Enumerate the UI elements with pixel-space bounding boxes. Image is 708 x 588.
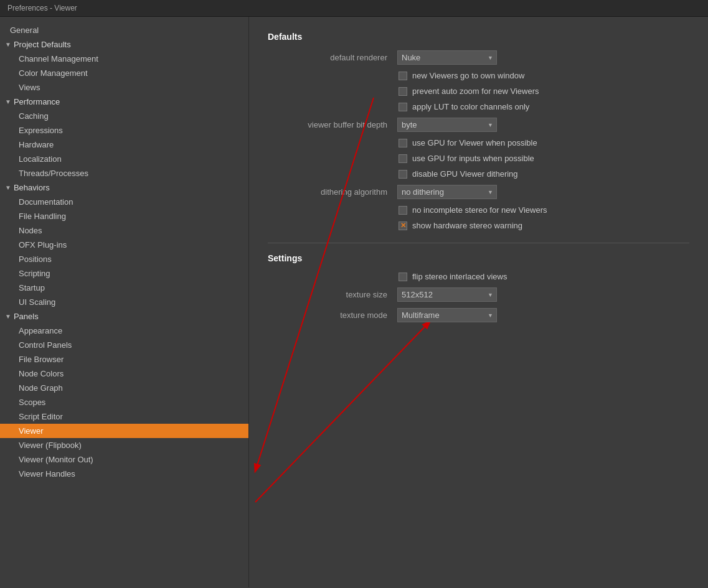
sidebar-item-startup[interactable]: Startup bbox=[0, 281, 248, 295]
show-hardware-stereo-checkbox[interactable]: ✕ bbox=[399, 222, 407, 230]
new-viewers-label: new Viewers go to own window bbox=[412, 71, 524, 80]
viewer-buffer-select-wrapper: byte float half bbox=[397, 118, 497, 132]
arrow-icon-behav: ▼ bbox=[5, 184, 11, 191]
sidebar-item-scopes[interactable]: Scopes bbox=[0, 395, 248, 409]
disable-gpu-dithering-label: disable GPU Viewer dithering bbox=[412, 169, 518, 179]
default-renderer-select-wrapper: Nuke OpenGL bbox=[397, 50, 497, 65]
sidebar-item-node-graph[interactable]: Node Graph bbox=[0, 381, 248, 395]
prevent-zoom-row: prevent auto zoom for new Viewers bbox=[399, 86, 689, 96]
disable-gpu-dithering-checkbox[interactable] bbox=[399, 170, 407, 179]
default-renderer-row: default renderer Nuke OpenGL bbox=[268, 50, 689, 65]
sidebar-item-general[interactable]: General bbox=[0, 23, 248, 37]
sidebar-item-viewer-flipbook[interactable]: Viewer (Flipbook) bbox=[0, 438, 248, 452]
texture-mode-label: texture mode bbox=[268, 310, 392, 320]
sidebar-item-caching[interactable]: Caching bbox=[0, 109, 248, 123]
svg-line-0 bbox=[255, 322, 430, 502]
viewer-buffer-row: viewer buffer bit depth byte float half bbox=[268, 118, 689, 132]
gpu-viewer-label: use GPU for Viewer when possible bbox=[412, 138, 537, 147]
arrow-icon: ▼ bbox=[5, 41, 11, 48]
sidebar-item-positions[interactable]: Positions bbox=[0, 252, 248, 266]
sidebar-item-ui-scaling[interactable]: UI Scaling bbox=[0, 295, 248, 309]
settings-title: Settings bbox=[268, 253, 689, 263]
sidebar-item-script-editor[interactable]: Script Editor bbox=[0, 409, 248, 424]
content-area: Defaults default renderer Nuke OpenGL ne… bbox=[249, 17, 708, 587]
default-renderer-label: default renderer bbox=[268, 53, 392, 62]
sidebar-item-file-browser[interactable]: File Browser bbox=[0, 352, 248, 366]
apply-lut-label: apply LUT to color channels only bbox=[412, 102, 529, 111]
arrow-icon-perf: ▼ bbox=[5, 98, 11, 105]
sidebar-item-behaviors[interactable]: ▼ Behaviors bbox=[0, 180, 248, 195]
gpu-viewer-row: use GPU for Viewer when possible bbox=[399, 138, 689, 147]
sidebar-item-channel-management[interactable]: Channel Management bbox=[0, 52, 248, 66]
sidebar-item-node-colors[interactable]: Node Colors bbox=[0, 366, 248, 381]
gpu-viewer-checkbox[interactable] bbox=[399, 139, 407, 147]
apply-lut-row: apply LUT to color channels only bbox=[399, 102, 689, 111]
gpu-inputs-row: use GPU for inputs when possible bbox=[399, 154, 689, 163]
prevent-zoom-label: prevent auto zoom for new Viewers bbox=[412, 86, 539, 96]
title-bar: Preferences - Viewer bbox=[0, 0, 708, 17]
sidebar-item-nodes[interactable]: Nodes bbox=[0, 223, 248, 238]
gpu-inputs-checkbox[interactable] bbox=[399, 154, 407, 163]
flip-stereo-checkbox[interactable] bbox=[399, 273, 407, 281]
arrow-icon-panels: ▼ bbox=[5, 313, 11, 320]
default-renderer-select[interactable]: Nuke OpenGL bbox=[397, 50, 497, 65]
sidebar-item-control-panels[interactable]: Control Panels bbox=[0, 338, 248, 352]
sidebar-item-panels[interactable]: ▼ Panels bbox=[0, 309, 248, 324]
sidebar-item-appearance[interactable]: Appearance bbox=[0, 324, 248, 338]
flip-stereo-row: flip stereo interlaced views bbox=[399, 272, 689, 281]
sidebar-item-threads-processes[interactable]: Threads/Processes bbox=[0, 166, 248, 180]
sidebar-item-viewer-monitor-out[interactable]: Viewer (Monitor Out) bbox=[0, 452, 248, 467]
defaults-title: Defaults bbox=[268, 32, 689, 42]
disable-gpu-dithering-row: disable GPU Viewer dithering bbox=[399, 169, 689, 179]
sidebar-item-color-management[interactable]: Color Management bbox=[0, 66, 248, 80]
sidebar-item-views[interactable]: Views bbox=[0, 80, 248, 95]
texture-mode-select[interactable]: Multiframe Single bbox=[397, 308, 497, 322]
prevent-zoom-checkbox[interactable] bbox=[399, 87, 407, 96]
viewer-buffer-label: viewer buffer bit depth bbox=[268, 120, 392, 129]
texture-size-row: texture size 256x256 512x512 1024x1024 2… bbox=[268, 287, 689, 302]
viewer-buffer-select[interactable]: byte float half bbox=[397, 118, 497, 132]
texture-size-label: texture size bbox=[268, 290, 392, 299]
new-viewers-row: new Viewers go to own window bbox=[399, 71, 689, 80]
texture-size-select-wrapper: 256x256 512x512 1024x1024 2048x2048 bbox=[397, 287, 497, 302]
new-viewers-checkbox[interactable] bbox=[399, 72, 407, 80]
dithering-algorithm-label: dithering algorithm bbox=[268, 187, 392, 197]
sidebar-item-file-handling[interactable]: File Handling bbox=[0, 209, 248, 223]
texture-mode-select-wrapper: Multiframe Single bbox=[397, 308, 497, 322]
settings-section: Settings flip stereo interlaced views te… bbox=[268, 243, 689, 322]
title-text: Preferences - Viewer bbox=[7, 4, 77, 12]
sidebar-item-hardware[interactable]: Hardware bbox=[0, 138, 248, 152]
sidebar-item-viewer[interactable]: Viewer bbox=[0, 424, 248, 438]
divider bbox=[268, 243, 689, 243]
no-incomplete-stereo-label: no incomplete stereo for new Viewers bbox=[412, 205, 547, 215]
sidebar-item-documentation[interactable]: Documentation bbox=[0, 195, 248, 209]
sidebar-item-project-defaults[interactable]: ▼ Project Defaults bbox=[0, 37, 248, 52]
apply-lut-checkbox[interactable] bbox=[399, 103, 407, 111]
flip-stereo-label: flip stereo interlaced views bbox=[412, 272, 507, 281]
texture-mode-row: texture mode Multiframe Single bbox=[268, 308, 689, 322]
no-incomplete-stereo-checkbox[interactable] bbox=[399, 206, 407, 215]
sidebar: General ▼ Project Defaults Channel Manag… bbox=[0, 17, 249, 587]
gpu-inputs-label: use GPU for inputs when possible bbox=[412, 154, 534, 163]
dithering-algorithm-select-wrapper: no dithering ordered random bbox=[397, 185, 497, 199]
sidebar-item-ofx-plugins[interactable]: OFX Plug-ins bbox=[0, 238, 248, 252]
sidebar-item-performance[interactable]: ▼ Performance bbox=[0, 95, 248, 109]
dithering-algorithm-row: dithering algorithm no dithering ordered… bbox=[268, 185, 689, 199]
sidebar-item-viewer-handles[interactable]: Viewer Handles bbox=[0, 467, 248, 481]
sidebar-item-scripting[interactable]: Scripting bbox=[0, 266, 248, 281]
texture-size-select[interactable]: 256x256 512x512 1024x1024 2048x2048 bbox=[397, 287, 497, 302]
dithering-algorithm-select[interactable]: no dithering ordered random bbox=[397, 185, 497, 199]
sidebar-item-localization[interactable]: Localization bbox=[0, 152, 248, 166]
no-incomplete-stereo-row: no incomplete stereo for new Viewers bbox=[399, 205, 689, 215]
sidebar-item-expressions[interactable]: Expressions bbox=[0, 123, 248, 138]
show-hardware-stereo-row: ✕ show hardware stereo warning bbox=[399, 221, 689, 230]
show-hardware-stereo-label: show hardware stereo warning bbox=[412, 221, 522, 230]
